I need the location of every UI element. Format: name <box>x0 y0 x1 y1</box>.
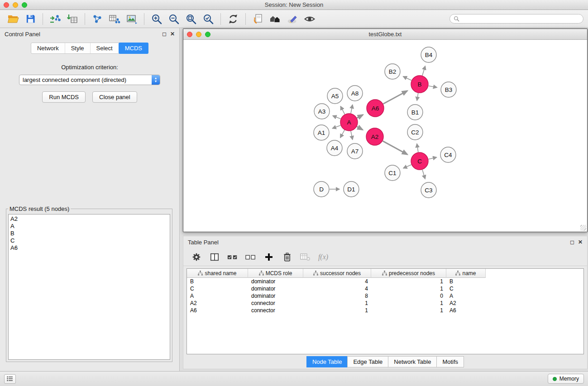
new-table-icon[interactable] <box>106 12 123 26</box>
first-neighbors-icon[interactable] <box>267 12 284 26</box>
network-node-A4[interactable]: A4 <box>327 140 342 156</box>
session-doc-icon[interactable] <box>249 12 267 26</box>
network-edge-C-C3[interactable] <box>422 170 425 179</box>
network-edge-B-B1[interactable] <box>417 93 418 101</box>
network-node-A[interactable]: A <box>340 114 358 131</box>
tab-style[interactable]: Style <box>65 43 91 53</box>
network-node-D[interactable]: D <box>314 181 329 197</box>
network-edge-A-A3[interactable] <box>333 116 340 119</box>
zoom-fit-icon[interactable] <box>182 12 200 26</box>
network-node-A8[interactable]: A8 <box>347 86 363 101</box>
resize-grip[interactable] <box>580 225 586 231</box>
network-edge-C-C4[interactable] <box>429 157 437 159</box>
gear-icon[interactable] <box>190 250 203 264</box>
network-node-A3[interactable]: A3 <box>314 104 330 119</box>
columns-icon[interactable] <box>208 250 221 264</box>
table-row[interactable]: A6connector11A6 <box>187 307 583 314</box>
mcds-result-item[interactable]: A2 <box>10 215 168 223</box>
network-edge-A-A1[interactable] <box>332 125 340 129</box>
network-edge-B-B2[interactable] <box>403 76 411 81</box>
mcds-result-list[interactable]: A2ABCA6 <box>8 214 170 360</box>
tab-edge-table[interactable]: Edge Table <box>347 356 388 367</box>
network-edge-A-A7[interactable] <box>351 131 353 140</box>
network-edge-A2-C[interactable] <box>383 141 407 155</box>
criterion-dropdown[interactable]: largest connected component (directed) ▲… <box>19 75 160 85</box>
mcds-result-item[interactable]: C <box>10 237 168 244</box>
export-image-icon[interactable] <box>123 12 140 26</box>
network-node-B4[interactable]: B4 <box>421 47 436 62</box>
network-node-A5[interactable]: A5 <box>327 88 343 104</box>
network-node-C3[interactable]: C3 <box>421 182 436 198</box>
close-panel-icon[interactable]: ✕ <box>170 31 175 37</box>
network-node-A2[interactable]: A2 <box>366 128 383 145</box>
network-edge-B-B3[interactable] <box>429 86 437 88</box>
node-table[interactable]: shared nameMCDS rolesuccessor nodesprede… <box>186 268 584 354</box>
network-node-B[interactable]: B <box>411 76 428 93</box>
network-edge-C-C1[interactable] <box>403 165 411 168</box>
tab-network-table[interactable]: Network Table <box>388 356 436 367</box>
network-view[interactable]: B4B2BB3A8A5A6A3B1AA1C2A2A4A7C4CC1C3DD1 <box>183 40 587 232</box>
save-session-icon[interactable] <box>22 12 39 26</box>
mcds-result-item[interactable]: B <box>10 230 168 237</box>
open-session-icon[interactable] <box>5 12 22 26</box>
tab-network[interactable]: Network <box>31 43 65 53</box>
add-icon[interactable] <box>262 250 276 264</box>
network-node-C2[interactable]: C2 <box>407 124 423 140</box>
column-header-predecessor-nodes[interactable]: predecessor nodes <box>371 269 446 278</box>
table-row[interactable]: Adominator80A <box>187 292 583 300</box>
network-canvas[interactable]: B4B2BB3A8A5A6A3B1AA1C2A2A4A7C4CC1C3DD1 <box>183 40 587 231</box>
run-mcds-button[interactable]: Run MCDS <box>42 91 86 103</box>
function-icon[interactable]: f(x) <box>316 250 330 264</box>
mcds-result-item[interactable]: A <box>10 223 168 230</box>
list-icon[interactable] <box>4 374 16 384</box>
column-header-name[interactable]: name <box>446 269 486 278</box>
network-node-A7[interactable]: A7 <box>347 143 363 159</box>
global-search-input[interactable] <box>462 16 579 22</box>
select-all-icon[interactable] <box>226 250 239 264</box>
float-table-panel-icon[interactable]: ◻ <box>570 239 574 245</box>
float-panel-icon[interactable]: ◻ <box>162 31 167 37</box>
network-node-C[interactable]: C <box>411 152 428 170</box>
column-header-shared-name[interactable]: shared name <box>187 269 248 278</box>
new-network-icon[interactable] <box>89 12 106 26</box>
zoom-selected-icon[interactable] <box>200 12 217 26</box>
tab-select[interactable]: Select <box>91 43 119 53</box>
zoom-in-icon[interactable] <box>148 12 165 26</box>
network-edge-A-A2[interactable] <box>357 127 363 130</box>
column-header-successor-nodes[interactable]: successor nodes <box>303 269 371 278</box>
network-edge-C-C2[interactable] <box>417 144 418 152</box>
show-graphics-icon[interactable] <box>301 12 318 26</box>
tab-motifs[interactable]: Motifs <box>436 356 464 367</box>
apply-style-icon[interactable] <box>284 12 301 26</box>
network-node-D1[interactable]: D1 <box>344 181 359 197</box>
network-node-C4[interactable]: C4 <box>440 147 456 162</box>
destroy-table-icon[interactable] <box>298 250 312 264</box>
tab-node-table[interactable]: Node Table <box>306 356 348 367</box>
network-edge-A6-B[interactable] <box>383 91 407 104</box>
network-node-B1[interactable]: B1 <box>407 105 423 120</box>
delete-icon[interactable] <box>280 250 294 264</box>
import-network-icon[interactable] <box>47 12 64 26</box>
network-edge-A-A4[interactable] <box>340 130 345 138</box>
network-node-B2[interactable]: B2 <box>385 64 400 79</box>
close-panel-button[interactable]: Close panel <box>92 91 137 103</box>
close-table-panel-icon[interactable]: ✕ <box>578 239 583 245</box>
table-row[interactable]: Bdominator41B <box>187 278 583 285</box>
table-row[interactable]: Cdominator41C <box>187 285 583 292</box>
network-node-A6[interactable]: A6 <box>367 100 384 117</box>
tab-mcds[interactable]: MCDS <box>119 43 148 54</box>
column-header-mcds-role[interactable]: MCDS role <box>248 269 303 278</box>
network-node-C1[interactable]: C1 <box>385 165 400 181</box>
network-edge-B-B4[interactable] <box>422 66 425 76</box>
mcds-result-item[interactable]: A6 <box>10 244 168 252</box>
network-node-A1[interactable]: A1 <box>314 125 329 140</box>
table-row[interactable]: A2connector11A2 <box>187 300 583 307</box>
refresh-icon[interactable] <box>225 12 242 26</box>
deselect-all-icon[interactable] <box>244 250 258 264</box>
network-edge-A-A8[interactable] <box>351 105 353 114</box>
network-edge-A-A6[interactable] <box>357 115 363 118</box>
zoom-out-icon[interactable] <box>165 12 182 26</box>
network-node-B3[interactable]: B3 <box>441 82 456 97</box>
import-table-icon[interactable] <box>64 12 81 26</box>
network-edge-A-A5[interactable] <box>340 106 344 114</box>
